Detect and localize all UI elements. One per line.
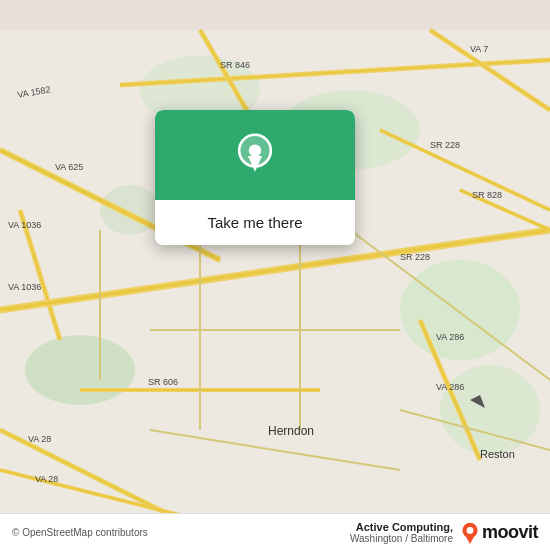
- svg-marker-61: [465, 534, 475, 543]
- svg-point-1: [25, 335, 135, 405]
- svg-text:VA 1036: VA 1036: [8, 282, 41, 292]
- svg-point-3: [440, 365, 540, 455]
- take-me-there-button[interactable]: Take me there: [155, 200, 355, 245]
- app-location: Washington / Baltimore: [350, 533, 453, 544]
- svg-point-58: [249, 144, 261, 156]
- svg-text:VA 625: VA 625: [55, 162, 83, 172]
- map-container: VA 1582 VA 625 SR 846 VA 7 SR 228 SR 228…: [0, 0, 550, 550]
- bottom-bar: © OpenStreetMap contributors Active Comp…: [0, 513, 550, 550]
- svg-text:SR 228: SR 228: [430, 140, 460, 150]
- svg-text:VA 1036: VA 1036: [8, 220, 41, 230]
- svg-text:SR 846: SR 846: [220, 60, 250, 70]
- svg-text:SR 228: SR 228: [400, 252, 430, 262]
- location-pin-icon: [233, 133, 277, 177]
- app-name: Active Computing,: [350, 521, 453, 533]
- app-info: Active Computing, Washington / Baltimore…: [350, 521, 538, 544]
- svg-text:Reston: Reston: [480, 448, 515, 460]
- svg-text:VA 28: VA 28: [35, 474, 58, 484]
- svg-text:Herndon: Herndon: [268, 424, 314, 438]
- svg-text:VA 286: VA 286: [436, 382, 464, 392]
- svg-text:SR 606: SR 606: [148, 377, 178, 387]
- popup-header: [155, 110, 355, 200]
- popup-card: Take me there: [155, 110, 355, 245]
- svg-text:VA 286: VA 286: [436, 332, 464, 342]
- svg-text:VA 7: VA 7: [470, 44, 488, 54]
- map-attribution: © OpenStreetMap contributors: [12, 527, 148, 538]
- moovit-logo: moovit: [461, 522, 538, 544]
- moovit-text: moovit: [482, 522, 538, 543]
- moovit-pin-icon: [461, 522, 479, 544]
- map-background: VA 1582 VA 625 SR 846 VA 7 SR 228 SR 228…: [0, 0, 550, 550]
- svg-text:VA 28: VA 28: [28, 434, 51, 444]
- svg-point-62: [467, 527, 474, 534]
- app-name-location: Active Computing, Washington / Baltimore: [350, 521, 453, 544]
- svg-text:SR 828: SR 828: [472, 190, 502, 200]
